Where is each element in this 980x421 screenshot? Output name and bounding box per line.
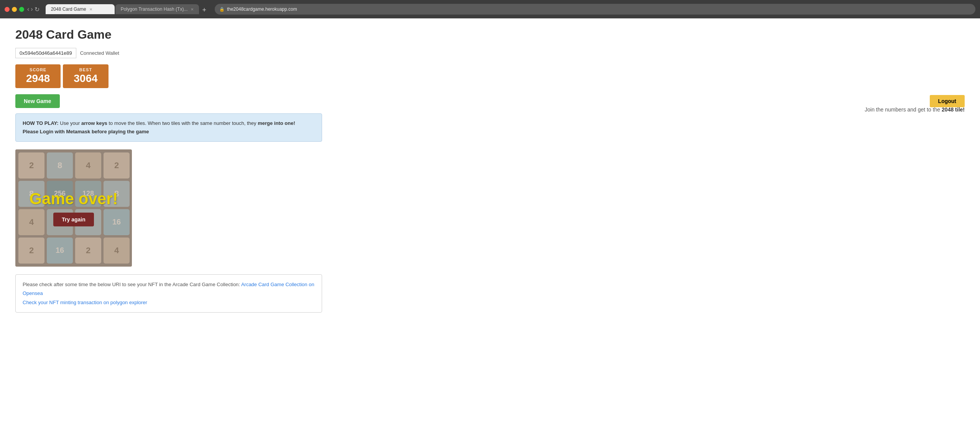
game-over-text: Game over! [29, 190, 118, 208]
page-title: 2048 Card Game [15, 28, 445, 42]
tab-2048-card-game[interactable]: 2048 Card Game ✕ [46, 4, 115, 14]
maximize-button[interactable] [19, 7, 24, 12]
score-label: SCORE [26, 67, 50, 72]
wallet-address: 0x594e50d46a6441e89 [15, 48, 76, 58]
tab-close-icon[interactable]: ✕ [191, 7, 194, 11]
traffic-lights [5, 7, 24, 12]
address-bar[interactable]: 🔒 the2048cardgame.herokuapp.com [215, 4, 975, 15]
browser-chrome: ‹ › ↻ 2048 Card Game ✕ Polygon Transacti… [0, 0, 980, 18]
wallet-row: 0x594e50d46a6441e89 Connected Wallet [15, 48, 445, 58]
url-text: the2048cardgame.herokuapp.com [227, 7, 297, 12]
tab-close-icon[interactable]: ✕ [89, 7, 92, 11]
score-value: 2948 [26, 72, 50, 85]
tabs-bar: 2048 Card Game ✕ Polygon Transaction Has… [46, 4, 209, 14]
best-label: BEST [74, 67, 97, 72]
try-again-button[interactable]: Try again [53, 213, 94, 226]
howto-box: HOW TO PLAY: Use your arrow keys to move… [15, 113, 322, 142]
score-box: SCORE 2948 [15, 64, 61, 88]
howto-line1: HOW TO PLAY: Use your arrow keys to move… [23, 119, 315, 128]
tab-polygon-tx[interactable]: Polygon Transaction Hash (Tx)... ✕ [115, 4, 199, 14]
new-tab-button[interactable]: + [200, 6, 209, 14]
close-button[interactable] [5, 7, 10, 12]
best-value: 3064 [74, 72, 97, 85]
connected-wallet-label: Connected Wallet [80, 50, 119, 56]
nft-link2-row: Check your NFT minting transaction on po… [23, 298, 315, 307]
nav-buttons: ‹ › ↻ [27, 6, 39, 13]
game-over-overlay: Game over! Try again [15, 149, 132, 267]
join-tile: 2048 tile! [942, 106, 965, 113]
nft-info-box: Please check after some time the below U… [15, 274, 322, 313]
back-icon[interactable]: ‹ [27, 6, 29, 13]
polygon-link[interactable]: Check your NFT minting transaction on po… [23, 300, 147, 305]
reload-icon[interactable]: ↻ [35, 6, 39, 13]
game-board-wrapper: 2 8 4 2 8 256 128 8 4 64 8 16 2 16 2 4 [15, 149, 132, 267]
join-prefix: Join the numbers and get to the [865, 106, 942, 113]
tab-label: Polygon Transaction Hash (Tx)... [121, 7, 188, 12]
scores-row: SCORE 2948 BEST 3064 [15, 64, 445, 88]
logout-button[interactable]: Logout [930, 95, 965, 107]
best-box: BEST 3064 [63, 64, 108, 88]
howto-line2: Please Login with Metamask before playin… [23, 128, 315, 136]
join-text: Join the numbers and get to the 2048 til… [865, 106, 965, 113]
page-wrapper: 2048 Card Game 0x594e50d46a6441e89 Conne… [0, 18, 980, 322]
forward-icon[interactable]: › [31, 6, 33, 13]
nft-text-row: Please check after some time the below U… [23, 280, 315, 298]
lock-icon: 🔒 [219, 7, 225, 12]
new-game-button[interactable]: New Game [15, 94, 60, 108]
nft-text: Please check after some time the below U… [23, 282, 240, 287]
minimize-button[interactable] [12, 7, 17, 12]
page-content: 2048 Card Game 0x594e50d46a6441e89 Conne… [0, 18, 460, 322]
tab-label: 2048 Card Game [51, 7, 86, 12]
